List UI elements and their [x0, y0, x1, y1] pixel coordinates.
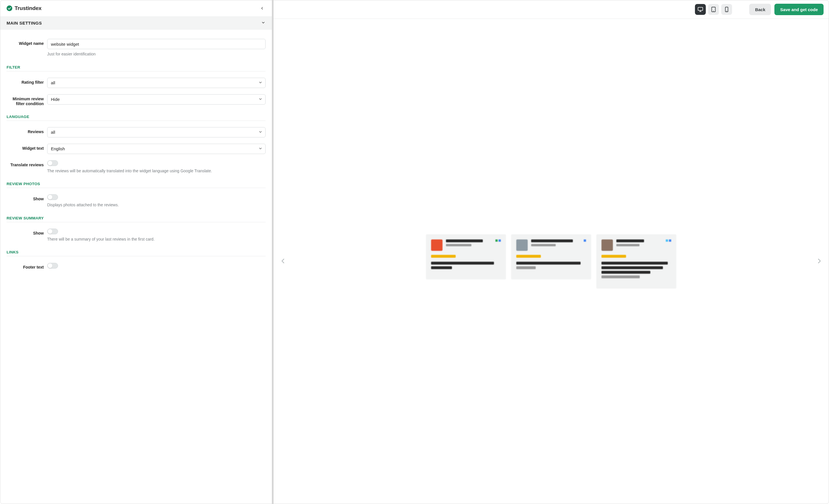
settings-panel: Widget name Just for easier identificati… — [0, 30, 272, 281]
review-cards — [426, 234, 676, 288]
chevron-left-icon — [260, 6, 264, 10]
tablet-icon — [710, 6, 717, 12]
chevron-right-icon — [815, 257, 824, 265]
next-arrow[interactable] — [815, 257, 824, 266]
device-mobile-button[interactable] — [721, 4, 732, 15]
label-photos-show: Show — [7, 194, 44, 202]
footer-text-toggle[interactable] — [47, 263, 58, 269]
widget-name-input[interactable] — [47, 39, 265, 49]
rating-filter-select[interactable]: all — [47, 78, 265, 88]
device-desktop-button[interactable] — [695, 4, 706, 15]
row-footer-text: Footer text — [7, 263, 265, 270]
review-card — [511, 234, 591, 279]
hint-translate: The reviews will be automatically transl… — [47, 168, 265, 174]
app-frame: Trustindex MAIN SETTINGS Widget name Jus… — [0, 0, 829, 504]
section-main-settings[interactable]: MAIN SETTINGS — [0, 16, 272, 30]
group-photos: REVIEW PHOTOS — [7, 182, 265, 188]
min-review-select[interactable]: Hide — [47, 94, 265, 105]
preview-canvas — [274, 19, 829, 504]
mobile-icon — [723, 6, 730, 12]
row-min-review: Minimum review filter condition Hide — [7, 94, 265, 107]
label-footer-text: Footer text — [7, 263, 44, 270]
prev-arrow[interactable] — [279, 257, 287, 266]
review-card — [596, 234, 676, 288]
platform-icon — [495, 239, 501, 242]
platform-icon — [666, 239, 671, 242]
label-rating-filter: Rating filter — [7, 78, 44, 85]
label-summary-show: Show — [7, 229, 44, 236]
widget-text-select[interactable]: English — [47, 144, 265, 154]
chevron-left-icon — [279, 257, 287, 265]
group-links: LINKS — [7, 250, 265, 256]
label-widget-name: Widget name — [7, 39, 44, 46]
svg-rect-0 — [698, 7, 703, 10]
group-language: LANGUAGE — [7, 115, 265, 121]
reviews-lang-select[interactable]: all — [47, 127, 265, 138]
avatar — [431, 239, 442, 251]
review-card — [426, 234, 506, 279]
group-summary: REVIEW SUMMARY — [7, 216, 265, 222]
hint-photos: Displays photos attached to the reviews. — [47, 202, 265, 208]
row-rating-filter: Rating filter all — [7, 78, 265, 88]
summary-show-toggle[interactable] — [47, 229, 58, 234]
hint-widget-name: Just for easier identification — [47, 51, 265, 57]
platform-icon — [584, 239, 586, 242]
collapse-sidebar-button[interactable] — [258, 4, 266, 12]
translate-toggle[interactable] — [47, 160, 58, 166]
label-translate: Translate reviews — [7, 160, 44, 168]
row-widget-text-lang: Widget text English — [7, 144, 265, 154]
brand: Trustindex — [7, 5, 41, 11]
device-switcher — [695, 4, 732, 15]
avatar — [602, 239, 613, 251]
device-tablet-button[interactable] — [708, 4, 719, 15]
main-area: Back Save and get code — [274, 0, 829, 504]
save-button[interactable]: Save and get code — [774, 4, 824, 15]
label-widget-text: Widget text — [7, 144, 44, 151]
sidebar: Trustindex MAIN SETTINGS Widget name Jus… — [0, 0, 274, 504]
row-widget-name: Widget name Just for easier identificati… — [7, 39, 265, 57]
topbar: Back Save and get code — [274, 0, 829, 19]
row-translate-reviews: Translate reviews The reviews will be au… — [7, 160, 265, 174]
back-button[interactable]: Back — [749, 4, 771, 15]
label-reviews-lang: Reviews — [7, 127, 44, 134]
row-photos-show: Show Displays photos attached to the rev… — [7, 194, 265, 208]
group-filter: FILTER — [7, 65, 265, 71]
avatar — [516, 239, 528, 251]
chevron-down-icon — [261, 20, 265, 26]
brand-check-icon — [7, 5, 12, 11]
brand-name: Trustindex — [14, 5, 41, 11]
row-summary-show: Show There will be a summary of your las… — [7, 229, 265, 242]
sidebar-header: Trustindex — [0, 0, 272, 16]
label-min-review: Minimum review filter condition — [7, 94, 44, 107]
section-title: MAIN SETTINGS — [7, 21, 42, 26]
row-reviews-lang: Reviews all — [7, 127, 265, 138]
photos-show-toggle[interactable] — [47, 194, 58, 200]
desktop-icon — [697, 6, 704, 12]
hint-summary: There will be a summary of your last rev… — [47, 237, 265, 242]
